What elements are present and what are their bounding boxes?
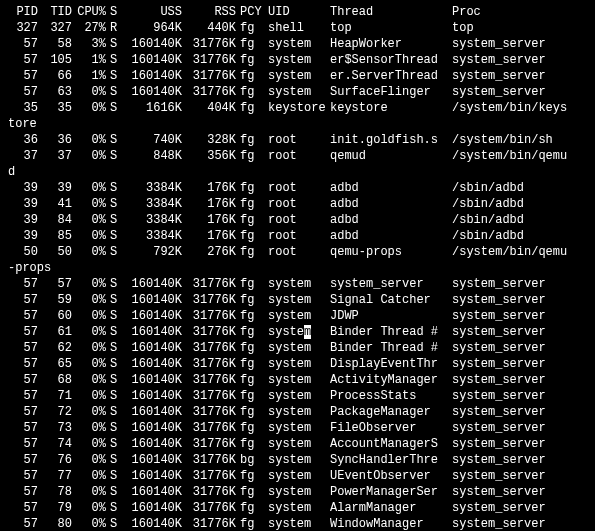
cell-state: S: [108, 484, 122, 500]
cell-rss: 31776K: [184, 276, 238, 292]
cell-pid: 57: [6, 452, 40, 468]
cell-tid: 60: [40, 308, 74, 324]
cell-state: S: [108, 132, 122, 148]
col-uss: USS: [122, 4, 184, 20]
cell-thread: ProcessStats: [328, 388, 450, 404]
cell-proc: system_server: [450, 68, 589, 84]
cell-pid: 57: [6, 484, 40, 500]
cell-uid: shell: [266, 20, 328, 36]
cell-proc: system_server: [450, 324, 589, 340]
cell-uss: 160140K: [122, 516, 184, 531]
cell-rss: 176K: [184, 180, 238, 196]
cell-uid: system: [266, 468, 328, 484]
table-row: 57661%S160140K31776Kfgsystemer.ServerThr…: [6, 68, 589, 84]
cell-tid: 78: [40, 484, 74, 500]
table-row: 39410%S3384K176Kfgrootadbd/sbin/adbd: [6, 196, 589, 212]
cell-uid: system: [266, 308, 328, 324]
cell-state: S: [108, 340, 122, 356]
cell-rss: 31776K: [184, 36, 238, 52]
table-body: 32732727%R964K440Kfgshelltoptop57583%S16…: [6, 20, 589, 531]
cell-rss: 31776K: [184, 52, 238, 68]
cell-thread: JDWP: [328, 308, 450, 324]
cell-uss: 160140K: [122, 356, 184, 372]
cell-uid: system: [266, 292, 328, 308]
cell-cpu: 0%: [74, 100, 108, 116]
table-row: 57590%S160140K31776KfgsystemSignal Catch…: [6, 292, 589, 308]
cell-tid: 41: [40, 196, 74, 212]
table-row: 57790%S160140K31776KfgsystemAlarmManager…: [6, 500, 589, 516]
cell-cpu: 0%: [74, 436, 108, 452]
wrapped-text: tore: [6, 116, 589, 132]
cell-cpu: 0%: [74, 276, 108, 292]
cell-pid: 57: [6, 84, 40, 100]
cell-proc: system_server: [450, 388, 589, 404]
cell-pcy: fg: [238, 68, 266, 84]
table-row: 57650%S160140K31776KfgsystemDisplayEvent…: [6, 356, 589, 372]
col-cpu: CPU%: [74, 4, 108, 20]
process-table: PID TID CPU% S USS RSS PCY UID Thread Pr…: [6, 4, 589, 531]
cell-uid: keystore: [266, 100, 328, 116]
cell-uss: 848K: [122, 148, 184, 164]
cell-state: S: [108, 500, 122, 516]
cell-uss: 160140K: [122, 436, 184, 452]
cell-uss: 792K: [122, 244, 184, 260]
cell-rss: 440K: [184, 20, 238, 36]
cell-proc: system_server: [450, 372, 589, 388]
cell-state: S: [108, 468, 122, 484]
table-header-row: PID TID CPU% S USS RSS PCY UID Thread Pr…: [6, 4, 589, 20]
cell-uss: 160140K: [122, 308, 184, 324]
table-row: 57780%S160140K31776KfgsystemPowerManager…: [6, 484, 589, 500]
cell-state: S: [108, 388, 122, 404]
table-row: 57610%S160140K31776KfgsystemBinder Threa…: [6, 324, 589, 340]
cell-cpu: 0%: [74, 244, 108, 260]
cell-state: S: [108, 148, 122, 164]
cell-pid: 39: [6, 228, 40, 244]
cell-rss: 404K: [184, 100, 238, 116]
cell-pcy: fg: [238, 468, 266, 484]
cell-cpu: 0%: [74, 356, 108, 372]
cell-state: S: [108, 36, 122, 52]
table-row: 57770%S160140K31776KfgsystemUEventObserv…: [6, 468, 589, 484]
cell-rss: 356K: [184, 148, 238, 164]
cell-uss: 160140K: [122, 388, 184, 404]
cell-thread: PackageManager: [328, 404, 450, 420]
cell-uid: system: [266, 356, 328, 372]
cell-uss: 160140K: [122, 468, 184, 484]
cell-tid: 63: [40, 84, 74, 100]
cell-rss: 31776K: [184, 356, 238, 372]
wrapped-text: -props: [6, 260, 589, 276]
cell-uss: 3384K: [122, 196, 184, 212]
cell-cpu: 0%: [74, 228, 108, 244]
cell-proc: system_server: [450, 292, 589, 308]
cell-uss: 160140K: [122, 404, 184, 420]
cell-pcy: fg: [238, 292, 266, 308]
cell-pcy: fg: [238, 436, 266, 452]
cell-tid: 68: [40, 372, 74, 388]
cell-thread: system_server: [328, 276, 450, 292]
cell-uss: 1616K: [122, 100, 184, 116]
cell-cpu: 0%: [74, 292, 108, 308]
cell-pcy: fg: [238, 500, 266, 516]
cell-uss: 964K: [122, 20, 184, 36]
cell-proc: top: [450, 20, 589, 36]
cell-uid: system: [266, 500, 328, 516]
cell-state: S: [108, 196, 122, 212]
table-row: 57760%S160140K31776KbgsystemSyncHandlerT…: [6, 452, 589, 468]
cell-state: S: [108, 100, 122, 116]
col-thread: Thread: [328, 4, 450, 20]
table-row: 57730%S160140K31776KfgsystemFileObserver…: [6, 420, 589, 436]
cell-uid: system: [266, 340, 328, 356]
cell-tid: 39: [40, 180, 74, 196]
cell-tid: 72: [40, 404, 74, 420]
cell-rss: 31776K: [184, 452, 238, 468]
cell-uid: root: [266, 180, 328, 196]
cell-pcy: fg: [238, 36, 266, 52]
cell-state: S: [108, 180, 122, 196]
cell-thread: AccountManagerS: [328, 436, 450, 452]
cell-thread: Signal Catcher: [328, 292, 450, 308]
cell-cpu: 0%: [74, 516, 108, 531]
cell-rss: 31776K: [184, 84, 238, 100]
cell-rss: 31776K: [184, 468, 238, 484]
table-row: 39390%S3384K176Kfgrootadbd/sbin/adbd: [6, 180, 589, 196]
cell-pid: 50: [6, 244, 40, 260]
